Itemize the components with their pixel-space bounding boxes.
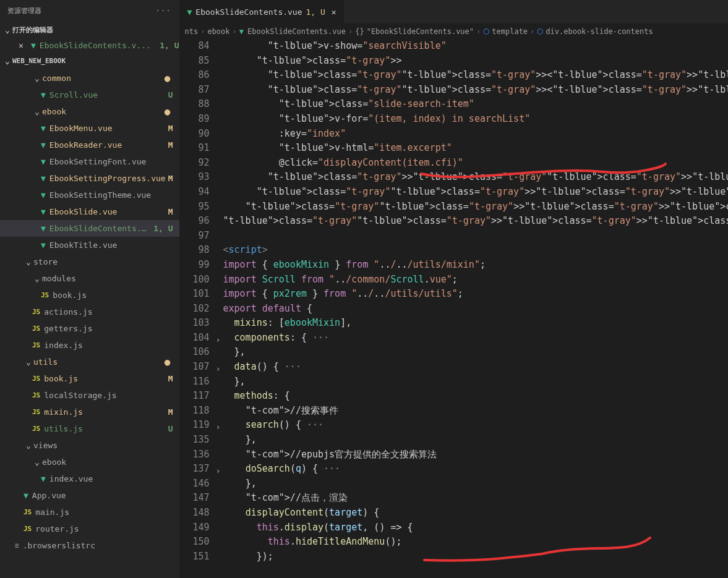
file-item[interactable]: JSmixin.jsM [0, 404, 179, 420]
file-item[interactable]: JSlocalStorage.js [0, 387, 179, 404]
git-status: M [166, 207, 173, 216]
vue-icon: ▼ [41, 124, 46, 133]
git-status: M [166, 407, 173, 417]
vue-icon: ▼ [41, 474, 46, 483]
file-label: main.js [35, 508, 173, 517]
file-label: common [42, 74, 162, 83]
chevron-down-icon: ⌄ [32, 107, 42, 116]
chevron-down-icon: ⌄ [32, 74, 42, 83]
git-status: ● [162, 107, 171, 117]
js-icon: JS [24, 525, 32, 533]
file-item[interactable]: JSbook.jsM [0, 370, 179, 387]
git-status: ● [162, 357, 171, 367]
git-status: M [166, 174, 173, 183]
file-item[interactable]: ≡.browserslistrc [0, 537, 179, 554]
file-item[interactable]: JSactions.js [0, 304, 179, 320]
vue-icon: ▼ [41, 90, 46, 100]
file-label: EbookSettingFont.vue [49, 157, 173, 166]
folder-item[interactable]: ⌄ebook [0, 454, 179, 470]
folder-item[interactable]: ⌄ebook● [0, 103, 179, 120]
vue-icon: ▼ [41, 190, 46, 200]
tab-file[interactable]: ▼ EbookSlideContents.vue 1, U ✕ [180, 0, 345, 23]
file-item[interactable]: JSindex.js [0, 337, 179, 354]
file-item[interactable]: ▼Scroll.vueU [0, 87, 179, 103]
vue-icon: ▼ [41, 240, 46, 250]
code-editor[interactable]: 8485868788899091929394959697989910010110… [180, 39, 729, 578]
file-item[interactable]: ▼EbookSettingTheme.vue [0, 187, 179, 203]
file-label: EbookSlide.vue [49, 207, 166, 216]
file-item[interactable]: JSbook.js [0, 287, 179, 304]
cube-icon: ⬡ [537, 27, 543, 36]
file-label: EbookMenu.vue [49, 124, 166, 133]
file-label: store [33, 257, 173, 266]
more-icon[interactable]: ··· [156, 7, 172, 15]
file-label: EbookSettingProgress.vue [49, 174, 166, 183]
vue-icon: ▼ [31, 41, 36, 50]
workspace-header[interactable]: ⌄ WEB_NEW_EBOOK [0, 53, 179, 69]
chevron-right-icon: › [348, 27, 353, 36]
crumb: "EbookSlideContents.vue" [367, 27, 474, 36]
file-label: EbookSettingTheme.vue [49, 190, 173, 200]
file-item[interactable]: JSmain.js [0, 504, 179, 521]
file-label: App.vue [32, 491, 173, 500]
file-item[interactable]: ▼EbookSettingFont.vue [0, 153, 179, 170]
workspace-title: WEB_NEW_EBOOK [12, 57, 66, 65]
file-label: EbookReader.vue [49, 140, 166, 150]
folder-item[interactable]: ⌄utils● [0, 354, 179, 370]
code-lines[interactable]: "t-lblue">v-show="searchVisible" "t-lblu… [223, 39, 729, 578]
file-label: getters.js [44, 324, 173, 333]
chevron-down-icon: ⌄ [32, 457, 42, 467]
folder-item[interactable]: ⌄views [0, 437, 179, 454]
line-gutter: 8485868788899091929394959697989910010110… [180, 39, 223, 578]
close-icon[interactable]: ✕ [19, 41, 31, 50]
chevron-right-icon: › [530, 27, 534, 36]
close-icon[interactable]: ✕ [332, 7, 336, 17]
file-label: EbookSlideContents.vue [49, 224, 151, 233]
vue-icon: ▼ [41, 157, 46, 166]
file-label: actions.js [44, 307, 173, 317]
file-item[interactable]: ▼index.vue [0, 470, 179, 487]
file-item[interactable]: ▼EbookSlide.vueM [0, 203, 179, 220]
git-status: M [166, 124, 173, 133]
file-item[interactable]: JSgetters.js [0, 320, 179, 337]
file-label: modules [42, 274, 173, 283]
js-icon: JS [32, 375, 40, 383]
crumb: nts [185, 27, 199, 36]
cube-icon: ⬡ [483, 27, 489, 36]
open-editors-title: 打开的编辑器 [12, 25, 53, 35]
crumb: div.ebook-slide-contents [546, 27, 653, 36]
file-label: router.js [35, 524, 173, 533]
file-item[interactable]: ▼EbookMenu.vueM [0, 120, 179, 137]
open-editor-item[interactable]: ✕ ▼ EbookSlideContents.v... 1, U [0, 38, 179, 53]
file-item[interactable]: JSutils.jsU [0, 420, 179, 437]
git-status: U [166, 424, 173, 433]
file-item[interactable]: JSrouter.js [0, 521, 179, 537]
open-editor-name: EbookSlideContents.v... [40, 41, 157, 50]
file-item[interactable]: ▼EbookTitle.vue [0, 237, 179, 253]
js-icon: JS [24, 508, 32, 516]
vue-icon: ▼ [41, 174, 46, 183]
open-editors-header[interactable]: ⌄ 打开的编辑器 [0, 22, 179, 38]
folder-item[interactable]: ⌄common● [0, 70, 179, 87]
git-status: ● [162, 74, 171, 83]
file-item[interactable]: ▼EbookReader.vueM [0, 137, 179, 153]
breadcrumb[interactable]: nts › ebook › ▼ EbookSlideContents.vue ›… [180, 23, 729, 39]
file-label: EbookTitle.vue [49, 240, 173, 250]
braces-icon: {} [355, 27, 364, 36]
folder-item[interactable]: ⌄store [0, 253, 179, 270]
file-item[interactable]: ▼App.vue [0, 487, 179, 504]
file-item[interactable]: ▼EbookSettingProgress.vueM [0, 170, 179, 187]
file-item[interactable]: ▼EbookSlideContents.vue1, U [0, 220, 179, 237]
vue-icon: ▼ [239, 27, 244, 36]
vue-icon: ▼ [41, 224, 46, 233]
tab-status: 1, U [306, 7, 325, 17]
tab-name: EbookSlideContents.vue [195, 7, 302, 17]
git-status: U [166, 90, 173, 100]
file-label: index.js [44, 341, 173, 350]
git-status: M [166, 374, 173, 383]
js-icon: JS [32, 325, 40, 333]
file-label: views [33, 441, 173, 450]
chevron-down-icon: ⌄ [24, 357, 33, 367]
explorer-title: 资源管理器 [7, 6, 41, 15]
folder-item[interactable]: ⌄modules [0, 270, 179, 287]
